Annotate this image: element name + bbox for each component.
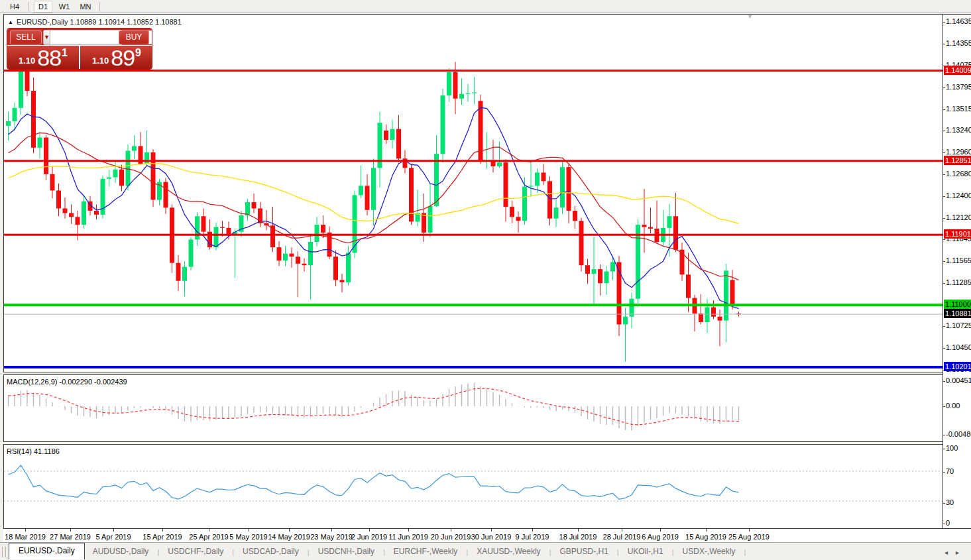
axis-tick-label: 1.10450 [946, 343, 971, 351]
time-axis-tick [25, 529, 26, 532]
price-axis[interactable]: 1.146351.143551.140751.137951.135151.132… [943, 15, 971, 528]
sell-price-panel[interactable]: 1.10881 [7, 46, 79, 70]
price-level-badge: 1.10201 [944, 362, 971, 371]
tab-separator: | [549, 548, 551, 556]
time-axis-label: 20 Jun 2019 [431, 533, 471, 541]
macd-axis-label: 0.004517 [946, 376, 971, 384]
buy-button[interactable]: BUY [119, 30, 149, 44]
rsi-axis-label: 0 [946, 519, 950, 527]
toolbar-separator [99, 2, 100, 11]
time-axis-label: 14 May 2019 [268, 533, 310, 541]
sell-price-sup: 1 [62, 47, 68, 59]
buy-price-small: 1.10 [92, 56, 109, 66]
time-axis-tick [749, 529, 750, 532]
timeframe-button-mn[interactable]: MN [76, 1, 95, 13]
buy-price-panel[interactable]: 1.10899 [80, 46, 152, 70]
symbol-tab-eurchf[interactable]: EURCHF-,Weekly [386, 544, 465, 559]
collapse-triangle-icon[interactable]: ▲ [8, 19, 13, 25]
axis-tick-label: 1.12960 [946, 148, 971, 156]
symbol-ohlc-text: EURUSD-,Daily 1.10889 1.10914 1.10852 1.… [17, 18, 182, 26]
macd-canvas[interactable] [4, 375, 942, 441]
time-axis-label: 18 Mar 2019 [5, 533, 46, 541]
trading-terminal: { "toolbar": {"buttons": [ {"label": "H4… [0, 0, 971, 560]
axis-tick-label: 1.13795 [946, 83, 971, 91]
symbol-tab-ukoil[interactable]: UKOil-,H1 [620, 544, 671, 559]
time-axis-tick [451, 529, 451, 532]
rsi-panel[interactable]: RSI(14) 41.1186 [4, 445, 942, 528]
macd-axis-label: 0.00 [946, 402, 960, 410]
time-axis-label: 25 Apr 2019 [189, 533, 228, 541]
symbol-tab-audusd[interactable]: AUDUSD-,Daily [85, 544, 157, 559]
macd-signal-line [9, 388, 739, 425]
symbol-tab-bar: EURUSD-,DailyAUDUSD-,Daily|USDCHF-,Daily… [0, 542, 971, 559]
axis-tick-label: 1.12680 [946, 170, 971, 178]
timeframe-toolbar: H4D1W1MN [0, 0, 971, 13]
buy-price-sup: 9 [135, 47, 141, 59]
one-click-trading-widget: SELL ▼ ▲ BUY 1.10881 1.10899 [7, 28, 152, 70]
axis-tick-label: 1.13240 [946, 126, 971, 134]
toolbar-separator [29, 2, 29, 11]
sell-price-small: 1.10 [19, 56, 35, 66]
sell-button[interactable]: SELL [10, 30, 42, 44]
time-axis-label: 18 Jul 2019 [559, 533, 597, 541]
axis-tick-label: 1.11285 [946, 278, 971, 286]
axis-tick-label: 1.12120 [946, 213, 971, 221]
time-axis-label: 5 Apr 2019 [95, 533, 131, 541]
time-axis-tick [532, 529, 533, 532]
macd-histogram [9, 383, 739, 431]
symbol-tab-xauusd[interactable]: XAUUSD-,Weekly [469, 544, 548, 559]
axis-tick-label: 1.14635 [946, 17, 971, 25]
trade-widget-top-row: SELL ▼ ▲ BUY [7, 28, 152, 45]
time-axis[interactable]: 18 Mar 201927 Mar 20195 Apr 201915 Apr 2… [3, 528, 971, 543]
time-axis-label: 11 Jun 2019 [388, 533, 428, 541]
volume-decrease-icon[interactable]: ▼ [44, 30, 50, 44]
volume-spinner: ▼ ▲ [43, 30, 123, 45]
time-axis-tick [289, 529, 290, 532]
time-axis-tick [70, 529, 71, 532]
time-axis-label: 5 May 2019 [229, 533, 267, 541]
tab-bar-grip[interactable] [2, 547, 6, 557]
price-level-badge: 1.11000 [944, 300, 971, 309]
time-axis-tick [622, 529, 622, 532]
candles-group [6, 34, 741, 362]
symbol-tab-usdchf[interactable]: USDCHF-,Daily [160, 544, 231, 559]
tab-separator: | [672, 548, 674, 556]
rsi-axis-label: 70 [946, 467, 954, 475]
symbol-tab-usdcnh[interactable]: USDCNH-,Daily [310, 544, 382, 559]
time-axis-tick [660, 529, 661, 532]
axis-tick-label: 1.13515 [946, 105, 971, 113]
time-axis-tick [249, 529, 249, 532]
symbol-tab-usdx[interactable]: USDX-,Weekly [675, 544, 744, 559]
tab-scroll-arrows[interactable]: ◂▸ [944, 549, 967, 556]
symbol-tab-usdcad[interactable]: USDCAD-,Daily [235, 544, 307, 559]
price-level-badge: 1.12851 [944, 156, 971, 165]
time-axis-label: 2 Jun 2019 [351, 533, 387, 541]
axis-tick-label: 1.12400 [946, 192, 971, 199]
chart-ohlc-header: ▲ EURUSD-,Daily 1.10889 1.10914 1.10852 … [8, 18, 182, 26]
tab-separator: | [232, 548, 234, 556]
macd-panel[interactable]: MACD(12,26,9) -0.002290 -0.002439 [4, 375, 942, 441]
current-price-badge: 1.10881 [944, 309, 971, 318]
symbol-tab-gbpusd[interactable]: GBPUSD-,H1 [551, 544, 616, 559]
time-axis-tick [331, 529, 332, 532]
timeframe-button-w1[interactable]: W1 [55, 1, 74, 13]
price-axis-border [942, 14, 943, 528]
time-axis-tick [491, 529, 492, 532]
macd-axis-label: -0.004806 [946, 430, 971, 438]
rsi-canvas[interactable] [4, 445, 942, 528]
chart-shift-marker-icon[interactable]: ▼ [747, 13, 753, 20]
time-axis-label: 30 Jun 2019 [471, 533, 512, 541]
time-axis-tick [408, 529, 409, 532]
time-axis-label: 28 Jul 2019 [603, 533, 641, 541]
time-axis-tick [162, 529, 163, 532]
axis-tick-label: 1.14355 [946, 39, 971, 47]
timeframe-button-d1[interactable]: D1 [34, 1, 52, 13]
price-level-badge: 1.14009 [944, 66, 971, 75]
symbol-tab-eurusd[interactable]: EURUSD-,Daily [9, 543, 85, 559]
time-axis-label: 9 Jul 2019 [516, 533, 549, 541]
time-axis-tick [578, 529, 579, 532]
tab-separator: | [466, 548, 468, 556]
time-axis-tick [369, 529, 370, 532]
time-axis-tick [113, 529, 114, 532]
timeframe-button-h4[interactable]: H4 [5, 1, 24, 13]
